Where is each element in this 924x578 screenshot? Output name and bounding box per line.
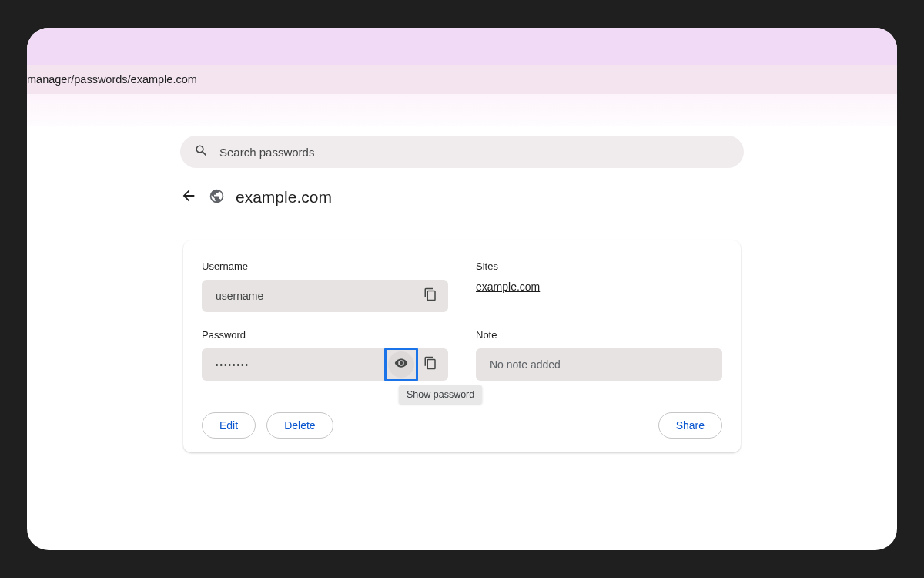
site-favicon: [208, 189, 225, 206]
username-label: Username: [202, 260, 448, 272]
eye-icon: [394, 356, 408, 373]
password-field: Password ••••••••: [202, 329, 448, 381]
card-footer: Edit Delete Share: [183, 398, 741, 452]
password-card: Username username Sites example.com: [183, 240, 741, 452]
show-password-tooltip: Show password: [399, 385, 482, 404]
search-placeholder: Search passwords: [219, 146, 314, 159]
username-input-wrap: username: [202, 280, 448, 312]
sites-field: Sites example.com: [476, 260, 722, 312]
copy-password-button[interactable]: [417, 351, 444, 378]
back-button[interactable]: [180, 189, 197, 206]
username-value: username: [216, 290, 414, 302]
sites-label: Sites: [476, 260, 722, 272]
toolbar-strip: [27, 94, 897, 126]
search-input[interactable]: Search passwords: [180, 136, 744, 168]
address-bar[interactable]: manager/passwords/example.com: [27, 65, 897, 94]
note-box: No note added: [476, 348, 722, 381]
browser-window: manager/passwords/example.com Search pas…: [27, 28, 897, 550]
note-field: Note No note added: [476, 329, 722, 381]
site-link[interactable]: example.com: [476, 281, 540, 293]
globe-icon: [209, 188, 225, 207]
url-text: manager/passwords/example.com: [27, 73, 197, 86]
password-input-wrap: ••••••••: [202, 348, 448, 381]
note-placeholder: No note added: [490, 358, 561, 371]
username-field: Username username: [202, 260, 448, 312]
copy-icon: [424, 287, 437, 304]
share-button[interactable]: Share: [658, 412, 722, 439]
password-value: ••••••••: [216, 361, 385, 369]
copy-username-button[interactable]: [417, 283, 444, 309]
edit-button[interactable]: Edit: [202, 412, 256, 439]
search-icon: [194, 143, 209, 160]
password-label: Password: [202, 329, 448, 341]
page-title: example.com: [236, 188, 332, 207]
copy-icon: [424, 356, 437, 373]
tab-strip: [27, 28, 897, 65]
page-header: example.com: [180, 188, 744, 207]
delete-button[interactable]: Delete: [266, 412, 333, 439]
arrow-left-icon: [180, 187, 197, 207]
content-area: Search passwords example.com Username: [27, 126, 897, 452]
note-label: Note: [476, 329, 722, 341]
show-password-button[interactable]: [388, 351, 414, 378]
